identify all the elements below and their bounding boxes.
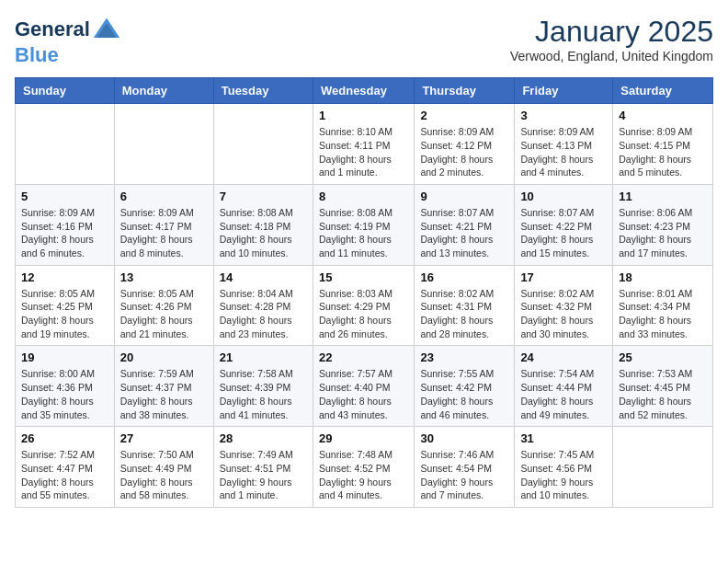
calendar-day-cell: 25Sunrise: 7:53 AM Sunset: 4:45 PM Dayli… [613,346,713,427]
calendar-day-cell: 23Sunrise: 7:55 AM Sunset: 4:42 PM Dayli… [415,346,515,427]
calendar-day-cell: 12Sunrise: 8:05 AM Sunset: 4:25 PM Dayli… [16,265,115,346]
calendar-day-cell: 1Sunrise: 8:10 AM Sunset: 4:11 PM Daylig… [313,104,414,185]
title-section: January 2025 Verwood, England, United Ki… [510,15,713,63]
day-number: 9 [420,190,508,203]
weekday-header: Friday [515,78,613,104]
calendar-day-cell: 5Sunrise: 8:09 AM Sunset: 4:16 PM Daylig… [16,184,115,265]
day-number: 15 [319,270,408,284]
calendar-day-cell: 21Sunrise: 7:58 AM Sunset: 4:39 PM Dayli… [213,346,313,427]
day-number: 24 [520,350,607,364]
calendar-day-cell [213,104,313,185]
day-number: 19 [21,350,108,364]
logo-text: General [15,18,90,40]
calendar-day-cell: 15Sunrise: 8:03 AM Sunset: 4:29 PM Dayli… [313,265,414,346]
day-number: 14 [220,270,307,284]
calendar-day-cell: 2Sunrise: 8:09 AM Sunset: 4:12 PM Daylig… [415,104,515,185]
day-number: 21 [220,350,307,364]
calendar-week-row: 19Sunrise: 8:00 AM Sunset: 4:36 PM Dayli… [16,346,713,427]
calendar-day-cell: 8Sunrise: 8:08 AM Sunset: 4:19 PM Daylig… [313,184,414,265]
day-info: Sunrise: 8:04 AM Sunset: 4:28 PM Dayligh… [220,287,307,341]
calendar-week-row: 1Sunrise: 8:10 AM Sunset: 4:11 PM Daylig… [16,104,713,185]
day-number: 8 [319,190,408,203]
day-number: 2 [420,109,508,122]
day-info: Sunrise: 7:50 AM Sunset: 4:49 PM Dayligh… [120,448,208,502]
calendar-week-row: 26Sunrise: 7:52 AM Sunset: 4:47 PM Dayli… [16,427,713,508]
day-number: 7 [220,190,307,203]
day-number: 23 [420,350,508,364]
weekday-header: Saturday [613,78,713,104]
day-number: 11 [619,190,707,203]
day-number: 3 [520,109,607,122]
calendar-header-row: SundayMondayTuesdayWednesdayThursdayFrid… [16,78,713,104]
day-info: Sunrise: 7:57 AM Sunset: 4:40 PM Dayligh… [319,367,408,421]
calendar-day-cell: 17Sunrise: 8:02 AM Sunset: 4:32 PM Dayli… [515,265,613,346]
calendar-week-row: 12Sunrise: 8:05 AM Sunset: 4:25 PM Dayli… [16,265,713,346]
calendar-week-row: 5Sunrise: 8:09 AM Sunset: 4:16 PM Daylig… [16,184,713,265]
day-number: 4 [619,109,707,122]
weekday-header: Sunday [16,78,115,104]
calendar-day-cell: 14Sunrise: 8:04 AM Sunset: 4:28 PM Dayli… [213,265,313,346]
day-info: Sunrise: 8:09 AM Sunset: 4:12 PM Dayligh… [420,125,508,179]
day-info: Sunrise: 8:05 AM Sunset: 4:25 PM Dayligh… [21,287,108,341]
day-number: 1 [319,109,408,122]
calendar-day-cell: 29Sunrise: 7:48 AM Sunset: 4:52 PM Dayli… [313,427,414,508]
day-info: Sunrise: 8:10 AM Sunset: 4:11 PM Dayligh… [319,125,408,179]
weekday-header: Monday [114,78,213,104]
day-number: 28 [220,431,307,445]
day-info: Sunrise: 7:53 AM Sunset: 4:45 PM Dayligh… [619,367,707,421]
day-info: Sunrise: 8:09 AM Sunset: 4:15 PM Dayligh… [619,125,707,179]
day-number: 6 [120,190,208,203]
calendar-day-cell: 10Sunrise: 8:07 AM Sunset: 4:22 PM Dayli… [515,184,613,265]
day-number: 26 [21,431,108,445]
day-info: Sunrise: 7:54 AM Sunset: 4:44 PM Dayligh… [520,367,607,421]
day-info: Sunrise: 8:01 AM Sunset: 4:34 PM Dayligh… [619,287,707,341]
day-info: Sunrise: 8:02 AM Sunset: 4:32 PM Dayligh… [520,287,607,341]
day-number: 20 [120,350,208,364]
day-number: 12 [21,270,108,284]
calendar-day-cell: 26Sunrise: 7:52 AM Sunset: 4:47 PM Dayli… [16,427,115,508]
day-number: 16 [420,270,508,284]
day-number: 29 [319,431,408,445]
calendar-day-cell: 20Sunrise: 7:59 AM Sunset: 4:37 PM Dayli… [114,346,213,427]
day-number: 22 [319,350,408,364]
month-title: January 2025 [510,15,713,49]
calendar-day-cell: 18Sunrise: 8:01 AM Sunset: 4:34 PM Dayli… [613,265,713,346]
calendar-day-cell [16,104,115,185]
day-number: 18 [619,270,707,284]
calendar-day-cell: 11Sunrise: 8:06 AM Sunset: 4:23 PM Dayli… [613,184,713,265]
day-number: 13 [120,270,208,284]
day-number: 30 [420,431,508,445]
day-number: 5 [21,190,108,203]
day-number: 10 [520,190,607,203]
calendar-day-cell: 27Sunrise: 7:50 AM Sunset: 4:49 PM Dayli… [114,427,213,508]
location: Verwood, England, United Kingdom [510,49,713,63]
weekday-header: Tuesday [213,78,313,104]
day-info: Sunrise: 8:07 AM Sunset: 4:22 PM Dayligh… [520,206,607,260]
day-info: Sunrise: 8:03 AM Sunset: 4:29 PM Dayligh… [319,287,408,341]
day-info: Sunrise: 8:06 AM Sunset: 4:23 PM Dayligh… [619,206,707,260]
day-info: Sunrise: 8:09 AM Sunset: 4:13 PM Dayligh… [520,125,607,179]
calendar-day-cell: 22Sunrise: 7:57 AM Sunset: 4:40 PM Dayli… [313,346,414,427]
weekday-header: Wednesday [313,78,414,104]
calendar-day-cell [114,104,213,185]
day-info: Sunrise: 8:02 AM Sunset: 4:31 PM Dayligh… [420,287,508,341]
calendar-day-cell: 16Sunrise: 8:02 AM Sunset: 4:31 PM Dayli… [415,265,515,346]
calendar-day-cell: 13Sunrise: 8:05 AM Sunset: 4:26 PM Dayli… [114,265,213,346]
day-number: 17 [520,270,607,284]
page-header: General Blue January 2025 Verwood, Engla… [15,15,713,66]
logo: General Blue [15,15,121,66]
logo-blue-text: Blue [15,44,59,66]
day-info: Sunrise: 7:52 AM Sunset: 4:47 PM Dayligh… [21,448,108,502]
calendar-day-cell [613,427,713,508]
day-number: 27 [120,431,208,445]
calendar-day-cell: 7Sunrise: 8:08 AM Sunset: 4:18 PM Daylig… [213,184,313,265]
day-info: Sunrise: 8:08 AM Sunset: 4:18 PM Dayligh… [220,206,307,260]
calendar-day-cell: 4Sunrise: 8:09 AM Sunset: 4:15 PM Daylig… [613,104,713,185]
day-info: Sunrise: 7:55 AM Sunset: 4:42 PM Dayligh… [420,367,508,421]
day-info: Sunrise: 8:09 AM Sunset: 4:16 PM Dayligh… [21,206,108,260]
day-info: Sunrise: 8:00 AM Sunset: 4:36 PM Dayligh… [21,367,108,421]
calendar-day-cell: 6Sunrise: 8:09 AM Sunset: 4:17 PM Daylig… [114,184,213,265]
calendar-day-cell: 31Sunrise: 7:45 AM Sunset: 4:56 PM Dayli… [515,427,613,508]
calendar-day-cell: 24Sunrise: 7:54 AM Sunset: 4:44 PM Dayli… [515,346,613,427]
day-info: Sunrise: 8:09 AM Sunset: 4:17 PM Dayligh… [120,206,208,260]
